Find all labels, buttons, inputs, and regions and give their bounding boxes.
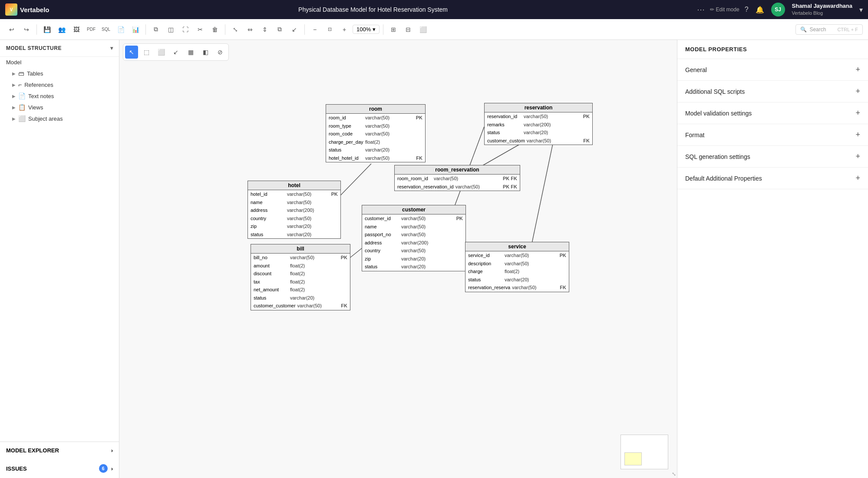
validation-expand-btn[interactable]: +: [855, 109, 860, 118]
textnotes-label: Text notes: [28, 93, 54, 99]
prop-section-default-props-header[interactable]: Default Additional Properties +: [677, 168, 868, 189]
top-bar: V Vertabelo Physical Database Model for …: [0, 0, 868, 19]
distribute-v-button[interactable]: ⇕: [258, 23, 271, 36]
subject-icon: ⬜: [18, 115, 26, 122]
issues-label: ISSUES: [6, 465, 27, 472]
page-title: Physical Database Model for Hotel Reserv…: [55, 6, 692, 13]
fit-button[interactable]: ⤡: [229, 23, 242, 36]
pointer-tool[interactable]: ↖: [125, 46, 138, 59]
save-button[interactable]: 💾: [40, 23, 53, 36]
logo[interactable]: V Vertabelo: [5, 3, 50, 16]
rect-select-tool[interactable]: ⬚: [140, 46, 153, 59]
search-box[interactable]: 🔍 Search CTRL + F: [795, 24, 863, 35]
copy-button[interactable]: ⧉: [149, 23, 162, 36]
tables-label: Tables: [27, 70, 43, 77]
table-room[interactable]: room room_idvarchar(50)PK room_typevarch…: [326, 104, 426, 162]
table-row: zipvarchar(20): [248, 222, 340, 231]
prop-section-format-header[interactable]: Format +: [677, 124, 868, 145]
snap-button[interactable]: ⊟: [402, 23, 415, 36]
zoom-fit-button[interactable]: ⊡: [323, 23, 336, 36]
resize-corner: ⤡: [672, 471, 676, 477]
avatar[interactable]: SJ: [771, 3, 785, 16]
table-row: bill_novarchar(50)PK: [251, 254, 350, 262]
cut-button[interactable]: ✂: [194, 23, 207, 36]
undo-button[interactable]: ↩: [5, 23, 18, 36]
table-button[interactable]: 📊: [129, 23, 142, 36]
sql-scripts-expand-btn[interactable]: +: [855, 87, 860, 96]
table-hotel[interactable]: hotel hotel_idvarchar(50)PK namevarchar(…: [248, 181, 341, 239]
redo-button[interactable]: ↪: [20, 23, 33, 36]
general-expand-btn[interactable]: +: [855, 65, 860, 74]
table-row: customer_idvarchar(50)PK: [362, 214, 465, 223]
table-customer[interactable]: customer customer_idvarchar(50)PK nameva…: [362, 205, 466, 271]
layer-button[interactable]: ⧉: [273, 23, 286, 36]
zoom-out-button[interactable]: −: [308, 23, 321, 36]
collapse-btn[interactable]: ▾: [110, 45, 113, 51]
table-reservation-header: reservation: [485, 103, 592, 112]
prop-section-default-props: Default Additional Properties +: [677, 168, 868, 189]
zoom-chevron: ▾: [373, 26, 376, 33]
collaborators-button[interactable]: 👥: [55, 23, 68, 36]
references-arrow: ▶: [12, 82, 16, 87]
connector-button[interactable]: ↙: [288, 23, 301, 36]
notification-icon[interactable]: 🔔: [756, 6, 764, 14]
rect-tool[interactable]: ⬜: [155, 46, 168, 59]
sidebar-item-tables[interactable]: ▶ 🗃 Tables: [0, 68, 119, 79]
issues-item[interactable]: ISSUES 6 ›: [0, 459, 119, 478]
menu-dots-icon[interactable]: ⋯: [697, 5, 705, 14]
prop-section-general-header[interactable]: General +: [677, 59, 868, 80]
user-menu-chevron[interactable]: ▾: [859, 6, 863, 14]
table-row: addressvarchar(200): [248, 206, 340, 214]
prop-section-validation-header[interactable]: Model validation settings +: [677, 102, 868, 124]
model-explorer-item[interactable]: MODEL EXPLORER ›: [0, 442, 119, 459]
distribute-h-button[interactable]: ⇔: [244, 23, 257, 36]
zoom-in-button[interactable]: +: [338, 23, 351, 36]
align-button[interactable]: ⛶: [179, 23, 192, 36]
table-service[interactable]: service service_idvarchar(50)PK descript…: [465, 242, 569, 292]
table-row: room_room_idvarchar(50)PK FK: [395, 175, 520, 183]
image-export-button[interactable]: 🖼: [70, 23, 83, 36]
docs-button[interactable]: 📄: [114, 23, 127, 36]
validation-label: Model validation settings: [685, 110, 752, 117]
connect-tool[interactable]: ↙: [169, 46, 182, 59]
fullscreen-button[interactable]: ⬜: [416, 23, 429, 36]
table-row: descriptionvarchar(50): [465, 260, 569, 268]
pdf-export-button[interactable]: PDF: [85, 23, 98, 36]
canvas[interactable]: ↖ ⬚ ⬜ ↙ ▦ ◧ ⊘ room room_idvarchar(50: [119, 40, 677, 478]
grid-button[interactable]: ⊞: [387, 23, 400, 36]
table-bill[interactable]: bill bill_novarchar(50)PK amountfloat(2)…: [251, 244, 350, 310]
view-tool[interactable]: ◧: [199, 46, 212, 59]
selection-toolbar: ↖ ⬚ ⬜ ↙ ▦ ◧ ⊘: [123, 43, 229, 61]
sidebar-item-text-notes[interactable]: ▶ 📄 Text notes: [0, 90, 119, 102]
table-row: namevarchar(50): [248, 198, 340, 207]
border-button[interactable]: ◫: [164, 23, 177, 36]
delete-button[interactable]: 🗑: [208, 23, 221, 36]
subject-label: Subject areas: [28, 115, 63, 122]
prop-section-sql-gen-header[interactable]: SQL generation settings +: [677, 146, 868, 167]
default-props-expand-btn[interactable]: +: [855, 174, 860, 183]
table-row: room_codevarchar(50): [326, 130, 425, 138]
format-expand-btn[interactable]: +: [855, 130, 860, 139]
zoom-control[interactable]: 100% ▾: [353, 25, 380, 34]
table-room-reservation-header: room_reservation: [395, 165, 520, 175]
table-row: passport_novarchar(50): [362, 231, 465, 239]
entity-tool[interactable]: ▦: [184, 46, 197, 59]
edit-mode-btn[interactable]: ✏ Edit mode: [710, 7, 739, 13]
help-icon[interactable]: ?: [745, 6, 749, 13]
erase-tool[interactable]: ⊘: [214, 46, 227, 59]
table-reservation[interactable]: reservation reservation_idvarchar(50)PK …: [484, 103, 593, 145]
table-row: reservation_idvarchar(50)PK: [485, 112, 592, 121]
sidebar-item-references[interactable]: ▶ ⌐ References: [0, 79, 119, 90]
model-root[interactable]: Model: [0, 57, 119, 68]
sql-gen-expand-btn[interactable]: +: [855, 152, 860, 161]
table-row: reservation_reservation_idvarchar(50)PK …: [395, 183, 520, 191]
table-row: customer_customervarchar(50)FK: [251, 302, 350, 310]
right-panel: MODEL PROPERTIES General + Additional SQ…: [677, 40, 868, 478]
sidebar-item-views[interactable]: ▶ 📋 Views: [0, 102, 119, 113]
sql-export-button[interactable]: SQL: [99, 23, 112, 36]
general-label: General: [685, 66, 707, 73]
table-room-reservation[interactable]: room_reservation room_room_idvarchar(50)…: [394, 165, 520, 191]
table-row: amountfloat(2): [251, 262, 350, 270]
sidebar-item-subject-areas[interactable]: ▶ ⬜ Subject areas: [0, 113, 119, 124]
prop-section-sql-scripts-header[interactable]: Additional SQL scripts +: [677, 81, 868, 102]
